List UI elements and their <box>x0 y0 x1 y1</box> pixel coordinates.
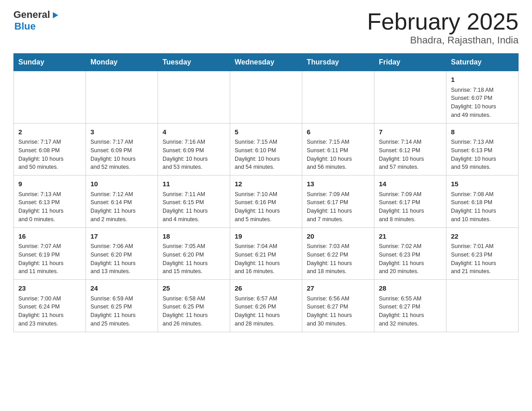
week-row-1: 1Sunrise: 7:18 AM Sunset: 6:07 PM Daylig… <box>14 71 519 124</box>
day-number: 8 <box>451 127 514 137</box>
day-number: 13 <box>307 179 369 189</box>
table-cell: 14Sunrise: 7:09 AM Sunset: 6:17 PM Dayli… <box>374 176 446 228</box>
table-cell: 4Sunrise: 7:16 AM Sunset: 6:09 PM Daylig… <box>158 123 230 176</box>
day-info: Sunrise: 6:59 AM Sunset: 6:25 PM Dayligh… <box>90 295 153 328</box>
table-cell <box>230 71 302 124</box>
day-number: 16 <box>18 231 81 242</box>
table-cell: 26Sunrise: 6:57 AM Sunset: 6:26 PM Dayli… <box>230 280 302 332</box>
week-row-5: 23Sunrise: 7:00 AM Sunset: 6:24 PM Dayli… <box>14 280 519 332</box>
day-number: 24 <box>90 283 153 294</box>
day-info: Sunrise: 7:03 AM Sunset: 6:22 PM Dayligh… <box>307 242 369 276</box>
header-tuesday: Tuesday <box>158 54 230 71</box>
day-info: Sunrise: 7:01 AM Sunset: 6:23 PM Dayligh… <box>451 242 514 276</box>
table-cell: 21Sunrise: 7:02 AM Sunset: 6:23 PM Dayli… <box>374 227 446 280</box>
header-sunday: Sunday <box>14 54 86 71</box>
day-info: Sunrise: 7:14 AM Sunset: 6:12 PM Dayligh… <box>379 138 442 171</box>
day-info: Sunrise: 7:17 AM Sunset: 6:08 PM Dayligh… <box>18 138 81 171</box>
table-cell: 23Sunrise: 7:00 AM Sunset: 6:24 PM Dayli… <box>14 280 86 332</box>
table-cell: 18Sunrise: 7:05 AM Sunset: 6:20 PM Dayli… <box>158 227 230 280</box>
day-number: 6 <box>307 127 369 137</box>
logo: General Blue <box>13 9 60 32</box>
table-cell: 9Sunrise: 7:13 AM Sunset: 6:13 PM Daylig… <box>14 176 86 228</box>
calendar-title: February 2025 <box>367 9 519 34</box>
table-cell: 5Sunrise: 7:15 AM Sunset: 6:10 PM Daylig… <box>230 123 302 176</box>
table-cell: 17Sunrise: 7:06 AM Sunset: 6:20 PM Dayli… <box>86 227 158 280</box>
table-cell: 24Sunrise: 6:59 AM Sunset: 6:25 PM Dayli… <box>86 280 158 332</box>
calendar-table: Sunday Monday Tuesday Wednesday Thursday… <box>13 53 519 332</box>
day-number: 3 <box>90 127 153 137</box>
day-info: Sunrise: 7:06 AM Sunset: 6:20 PM Dayligh… <box>90 242 153 276</box>
day-info: Sunrise: 6:58 AM Sunset: 6:25 PM Dayligh… <box>163 295 225 328</box>
day-info: Sunrise: 7:05 AM Sunset: 6:20 PM Dayligh… <box>163 242 225 276</box>
svg-marker-0 <box>53 12 58 18</box>
day-info: Sunrise: 6:56 AM Sunset: 6:27 PM Dayligh… <box>307 295 369 328</box>
table-cell: 10Sunrise: 7:12 AM Sunset: 6:14 PM Dayli… <box>86 176 158 228</box>
day-info: Sunrise: 7:09 AM Sunset: 6:17 PM Dayligh… <box>379 190 442 224</box>
table-cell <box>158 71 230 124</box>
day-number: 27 <box>307 283 369 294</box>
table-cell: 27Sunrise: 6:56 AM Sunset: 6:27 PM Dayli… <box>302 280 374 332</box>
logo-triangle-icon <box>51 10 60 20</box>
day-info: Sunrise: 7:12 AM Sunset: 6:14 PM Dayligh… <box>90 190 153 224</box>
day-number: 26 <box>235 283 297 294</box>
day-number: 21 <box>379 231 442 242</box>
day-number: 7 <box>379 127 442 137</box>
day-number: 25 <box>163 283 225 294</box>
table-cell: 15Sunrise: 7:08 AM Sunset: 6:18 PM Dayli… <box>446 176 519 228</box>
table-cell: 13Sunrise: 7:09 AM Sunset: 6:17 PM Dayli… <box>302 176 374 228</box>
day-info: Sunrise: 7:17 AM Sunset: 6:09 PM Dayligh… <box>90 138 153 171</box>
day-info: Sunrise: 7:18 AM Sunset: 6:07 PM Dayligh… <box>451 86 514 120</box>
calendar-subtitle: Bhadra, Rajasthan, India <box>367 34 519 46</box>
day-number: 28 <box>379 283 442 294</box>
day-info: Sunrise: 7:15 AM Sunset: 6:11 PM Dayligh… <box>307 138 369 171</box>
table-cell <box>14 71 86 124</box>
page-header: General Blue February 2025 Bhadra, Rajas… <box>13 9 519 46</box>
title-block: February 2025 Bhadra, Rajasthan, India <box>367 9 519 46</box>
day-number: 11 <box>163 179 225 189</box>
logo-blue: Blue <box>13 21 60 32</box>
day-info: Sunrise: 7:15 AM Sunset: 6:10 PM Dayligh… <box>235 138 297 171</box>
header-wednesday: Wednesday <box>230 54 302 71</box>
day-info: Sunrise: 7:13 AM Sunset: 6:13 PM Dayligh… <box>18 190 81 224</box>
day-info: Sunrise: 7:13 AM Sunset: 6:13 PM Dayligh… <box>451 138 514 171</box>
table-cell: 22Sunrise: 7:01 AM Sunset: 6:23 PM Dayli… <box>446 227 519 280</box>
table-cell: 16Sunrise: 7:07 AM Sunset: 6:19 PM Dayli… <box>14 227 86 280</box>
day-info: Sunrise: 6:55 AM Sunset: 6:27 PM Dayligh… <box>379 295 442 328</box>
table-cell: 12Sunrise: 7:10 AM Sunset: 6:16 PM Dayli… <box>230 176 302 228</box>
table-cell: 11Sunrise: 7:11 AM Sunset: 6:15 PM Dayli… <box>158 176 230 228</box>
day-number: 18 <box>163 231 225 242</box>
day-number: 22 <box>451 231 514 242</box>
day-info: Sunrise: 7:07 AM Sunset: 6:19 PM Dayligh… <box>18 242 81 276</box>
header-thursday: Thursday <box>302 54 374 71</box>
table-cell <box>446 280 519 332</box>
day-number: 15 <box>451 179 514 189</box>
weekday-header-row: Sunday Monday Tuesday Wednesday Thursday… <box>14 54 519 71</box>
day-info: Sunrise: 7:08 AM Sunset: 6:18 PM Dayligh… <box>451 190 514 224</box>
day-number: 9 <box>18 179 81 189</box>
table-cell <box>86 71 158 124</box>
day-number: 1 <box>451 75 514 85</box>
table-cell: 7Sunrise: 7:14 AM Sunset: 6:12 PM Daylig… <box>374 123 446 176</box>
day-info: Sunrise: 7:04 AM Sunset: 6:21 PM Dayligh… <box>235 242 297 276</box>
table-cell <box>302 71 374 124</box>
day-info: Sunrise: 7:11 AM Sunset: 6:15 PM Dayligh… <box>163 190 225 224</box>
day-number: 17 <box>90 231 153 242</box>
day-number: 10 <box>90 179 153 189</box>
week-row-2: 2Sunrise: 7:17 AM Sunset: 6:08 PM Daylig… <box>14 123 519 176</box>
day-number: 20 <box>307 231 369 242</box>
day-info: Sunrise: 7:16 AM Sunset: 6:09 PM Dayligh… <box>163 138 225 171</box>
day-info: Sunrise: 7:00 AM Sunset: 6:24 PM Dayligh… <box>18 295 81 328</box>
day-number: 5 <box>235 127 297 137</box>
day-info: Sunrise: 6:57 AM Sunset: 6:26 PM Dayligh… <box>235 295 297 328</box>
day-info: Sunrise: 7:02 AM Sunset: 6:23 PM Dayligh… <box>379 242 442 276</box>
day-number: 4 <box>163 127 225 137</box>
week-row-3: 9Sunrise: 7:13 AM Sunset: 6:13 PM Daylig… <box>14 176 519 228</box>
table-cell: 1Sunrise: 7:18 AM Sunset: 6:07 PM Daylig… <box>446 71 519 124</box>
table-cell: 25Sunrise: 6:58 AM Sunset: 6:25 PM Dayli… <box>158 280 230 332</box>
day-info: Sunrise: 7:09 AM Sunset: 6:17 PM Dayligh… <box>307 190 369 224</box>
day-info: Sunrise: 7:10 AM Sunset: 6:16 PM Dayligh… <box>235 190 297 224</box>
table-cell: 3Sunrise: 7:17 AM Sunset: 6:09 PM Daylig… <box>86 123 158 176</box>
table-cell: 20Sunrise: 7:03 AM Sunset: 6:22 PM Dayli… <box>302 227 374 280</box>
table-cell: 6Sunrise: 7:15 AM Sunset: 6:11 PM Daylig… <box>302 123 374 176</box>
header-saturday: Saturday <box>446 54 519 71</box>
